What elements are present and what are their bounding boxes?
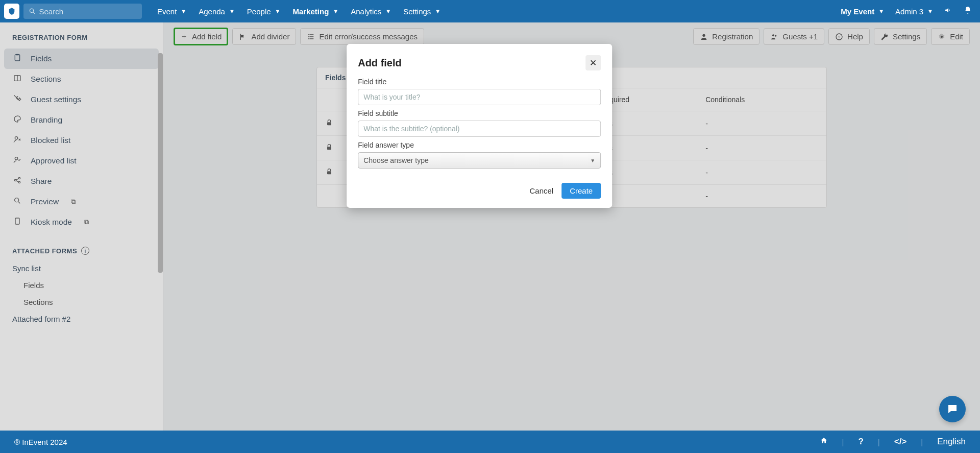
top-nav: Event▼ Agenda▼ People▼ Marketing▼ Analyt… [0,0,980,22]
user-menu[interactable]: Admin 3▼ [891,4,937,19]
chevron-down-icon: ▼ [878,8,884,14]
bell-icon [964,6,972,14]
modal-title: Add field [358,57,402,69]
cancel-button[interactable]: Cancel [529,186,553,195]
search-icon [29,7,36,15]
nav-people[interactable]: People▼ [242,4,286,19]
nav-settings[interactable]: Settings▼ [398,4,446,19]
nav-label: Settings [403,7,431,16]
home-button[interactable] [820,437,828,447]
answer-type-label: Field answer type [358,141,601,149]
copyright: ® InEvent 2024 [14,438,67,446]
answer-type-select[interactable]: Choose answer type ▼ [358,152,601,169]
select-placeholder: Choose answer type [363,156,429,164]
footer: ® InEvent 2024 | ? | </> | English [0,431,980,453]
announce-button[interactable] [940,6,957,16]
home-icon [820,437,828,445]
field-title-label: Field title [358,78,601,86]
chevron-down-icon: ▼ [275,8,281,14]
logo-icon [8,7,16,15]
nav-label: Analytics [351,7,381,16]
search-box[interactable] [23,4,142,19]
nav-label: Event [157,7,177,16]
code-icon: </> [894,437,907,446]
chevron-down-icon: ▼ [590,158,595,163]
nav-label: People [247,7,271,16]
chevron-down-icon: ▼ [435,8,440,14]
divider: | [842,438,844,446]
chevron-down-icon: ▼ [333,8,338,14]
nav-marketing[interactable]: Marketing▼ [287,4,344,19]
bullhorn-icon [944,6,952,14]
nav-agenda[interactable]: Agenda▼ [193,4,240,19]
footer-right: | ? | </> | English [820,437,966,447]
event-switcher[interactable]: My Event▼ [837,4,888,19]
nav-event[interactable]: Event▼ [152,4,191,19]
field-subtitle-label: Field subtitle [358,109,601,117]
question-icon: ? [858,437,863,446]
nav-label: Marketing [292,7,329,16]
divider: | [878,438,880,446]
notifications-button[interactable] [960,6,976,16]
logo[interactable] [4,4,19,19]
user-name: Admin 3 [895,7,923,16]
nav-analytics[interactable]: Analytics▼ [346,4,396,19]
field-title-input[interactable] [358,89,601,105]
field-subtitle-input[interactable] [358,121,601,137]
help-footer-button[interactable]: ? [858,437,863,447]
nav-right: My Event▼ Admin 3▼ [837,4,976,19]
language-switcher[interactable]: English [937,437,966,447]
chevron-down-icon: ▼ [927,8,933,14]
create-button[interactable]: Create [561,183,601,199]
chat-icon [946,403,959,415]
svg-point-0 [30,9,33,12]
code-button[interactable]: </> [894,437,907,447]
nav-label: Agenda [199,7,225,16]
event-name: My Event [841,7,874,16]
search-input[interactable] [39,7,137,16]
divider: | [921,438,923,446]
close-icon: ✕ [590,58,597,68]
close-button[interactable]: ✕ [585,55,601,70]
modal-actions: Cancel Create [358,183,601,199]
add-field-modal: Add field ✕ Field title Field subtitle F… [347,44,612,208]
modal-header: Add field ✕ [358,55,601,70]
chat-fab[interactable] [939,396,966,422]
svg-line-1 [33,12,35,14]
chevron-down-icon: ▼ [385,8,391,14]
chevron-down-icon: ▼ [181,8,186,14]
nav-items: Event▼ Agenda▼ People▼ Marketing▼ Analyt… [152,4,446,19]
chevron-down-icon: ▼ [229,8,235,14]
